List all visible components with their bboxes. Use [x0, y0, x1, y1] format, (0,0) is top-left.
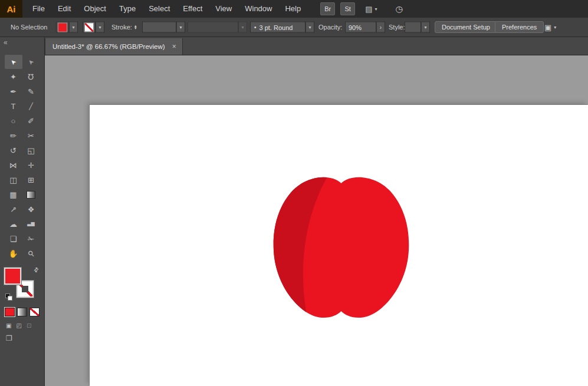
pen-icon: ✒ [10, 88, 17, 95]
menu-edit[interactable]: Edit [51, 0, 77, 18]
workspace-icon: ▣ [544, 23, 551, 32]
document-setup-button[interactable]: Document Setup [435, 21, 497, 33]
scissors-icon: ✂ [28, 132, 34, 140]
none-button[interactable] [29, 308, 40, 316]
ellipse-tool[interactable]: ○ [5, 114, 22, 128]
artboard-icon: ❏ [10, 235, 17, 243]
chevron-down-icon: ▾ [179, 25, 182, 30]
eyedropper-tool[interactable]: ⊸ [5, 202, 22, 216]
gradient-icon [27, 191, 35, 199]
slice-icon: ✁ [28, 235, 34, 243]
pen-tool[interactable]: ✒ [5, 84, 22, 98]
stepper-down-icon[interactable]: ▾ [134, 27, 137, 29]
chevron-down-icon: ▾ [375, 6, 377, 12]
opacity-label[interactable]: Opacity: [318, 24, 342, 31]
stroke-weight-value[interactable] [142, 22, 176, 33]
graphic-style-dropdown[interactable]: ▾ [405, 22, 430, 33]
stroke-weight-dropdown[interactable]: ▾ [142, 22, 185, 33]
free-transform-tool[interactable]: ✛ [22, 158, 40, 172]
width-profile-value [188, 22, 238, 33]
type-tool[interactable]: T [5, 99, 22, 113]
menu-object[interactable]: Object [77, 0, 113, 18]
curvature-tool[interactable]: ✎ [22, 84, 40, 98]
line-segment-icon: ╱ [29, 103, 33, 110]
menu-select[interactable]: Select [142, 0, 176, 18]
screen-mode-button[interactable]: ❐ [6, 334, 44, 342]
menu-view[interactable]: View [209, 0, 238, 18]
fill-color-dropdown[interactable]: ▾ [56, 22, 78, 33]
paintbrush-tool[interactable]: ✐ [22, 114, 40, 128]
selection-tool[interactable]: ➤ [5, 55, 22, 69]
mesh-tool[interactable]: ▦ [5, 187, 22, 202]
width-icon: ⋈ [9, 161, 17, 169]
stroke-color-dropdown[interactable]: ▾ [83, 22, 104, 33]
hand-tool[interactable]: ✋ [5, 246, 22, 260]
preferences-button[interactable]: Preferences [495, 21, 544, 33]
fill-swatch[interactable] [4, 268, 21, 285]
scale-tool[interactable]: ◱ [22, 143, 40, 157]
shape-builder-tool[interactable]: ◫ [5, 173, 22, 187]
zoom-tool[interactable]: ⚲ [22, 246, 40, 260]
brush-definition-value: 3 pt. Round [259, 24, 293, 31]
arrange-documents-dropdown[interactable]: ▤ ▾ [365, 5, 377, 14]
slice-tool[interactable]: ✁ [22, 232, 40, 246]
workspace-switcher[interactable]: ▣ ▾ [544, 23, 556, 32]
apple-artwork[interactable] [269, 176, 413, 321]
eyedropper-icon: ⊸ [8, 204, 18, 215]
chevron-down-icon: ▾ [72, 25, 74, 30]
bridge-button[interactable]: Br [320, 2, 335, 15]
fill-color-swatch [58, 23, 67, 31]
pencil-icon: ✏ [10, 132, 17, 140]
color-button[interactable] [5, 308, 15, 316]
paint-type-buttons [5, 308, 44, 316]
magic-wand-icon: ✦ [10, 73, 17, 81]
scissors-tool[interactable]: ✂ [22, 128, 40, 143]
tab-close-icon[interactable]: × [172, 42, 176, 51]
opacity-popup-arrow-icon[interactable]: › [380, 24, 382, 31]
artboard-tool[interactable]: ❏ [5, 232, 22, 246]
drawing-mode-buttons: ▣ ◰ ⊡ [6, 322, 44, 329]
draw-behind-icon[interactable]: ◰ [16, 322, 21, 329]
menu-help[interactable]: Help [278, 0, 307, 18]
symbol-sprayer-tool[interactable]: ☁ [5, 217, 22, 231]
draw-normal-icon[interactable]: ▣ [6, 322, 11, 329]
symbol-sprayer-icon: ☁ [9, 220, 17, 228]
pencil-tool[interactable]: ✏ [5, 128, 22, 143]
opacity-field[interactable]: 90% › [345, 22, 385, 33]
stroke-label[interactable]: Stroke: [111, 24, 132, 31]
perspective-grid-tool[interactable]: ⊞ [22, 173, 40, 187]
perspective-grid-icon: ⊞ [28, 176, 34, 184]
rotate-tool[interactable]: ↺ [5, 143, 22, 157]
style-label: Style: [389, 24, 405, 31]
stroke-weight-stepper[interactable]: ▴ ▾ [134, 25, 137, 29]
sync-settings-icon[interactable]: ◷ [396, 4, 403, 14]
menu-type[interactable]: Type [113, 0, 142, 18]
lasso-icon: ℧ [28, 73, 34, 81]
width-tool[interactable]: ⋈ [5, 158, 22, 172]
direct-selection-tool[interactable]: ➤ [22, 55, 40, 69]
zoom-icon: ⚲ [27, 249, 36, 258]
gradient-button[interactable] [17, 308, 27, 316]
brush-definition-dropdown[interactable]: • 3 pt. Round ▾ [250, 22, 314, 33]
magic-wand-tool[interactable]: ✦ [5, 70, 22, 84]
blend-icon: ❖ [28, 206, 35, 213]
line-segment-tool[interactable]: ╱ [22, 99, 40, 113]
menu-effect[interactable]: Effect [176, 0, 209, 18]
menu-file[interactable]: File [26, 0, 51, 18]
menu-window[interactable]: Window [238, 0, 278, 18]
stock-button[interactable]: St [340, 2, 355, 15]
column-graph-tool[interactable]: ▃▆ [22, 217, 40, 231]
blend-tool[interactable]: ❖ [22, 202, 40, 216]
gradient-tool[interactable] [22, 187, 40, 202]
width-profile-dropdown: ▾ [188, 22, 247, 33]
collapse-panel-icon[interactable]: « [4, 38, 8, 47]
swap-fill-stroke-icon[interactable]: ⇄ [32, 266, 40, 274]
canvas[interactable] [44, 55, 588, 386]
opacity-value[interactable]: 90% [345, 22, 376, 33]
default-fill-stroke-icon[interactable] [5, 293, 13, 301]
lasso-tool[interactable]: ℧ [22, 70, 40, 84]
document-tab[interactable]: Untitled-3* @ 66.67% (RGB/Preview) × [45, 38, 183, 55]
selection-tool-icon: ➤ [9, 58, 17, 66]
chevron-down-icon: ▾ [98, 25, 101, 30]
chevron-down-icon: ▾ [241, 25, 244, 30]
